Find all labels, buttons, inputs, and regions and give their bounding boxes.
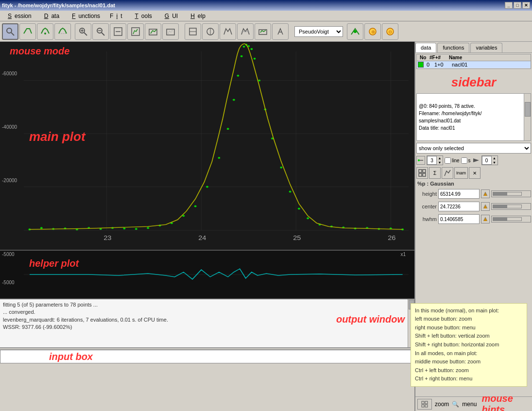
svg-marker-84 (473, 158, 479, 162)
tool6-btn[interactable] (272, 23, 289, 40)
spinner-arrows[interactable]: ▲ ▼ (437, 156, 443, 165)
fit-view-btn[interactable] (127, 23, 144, 40)
grid-action-btn[interactable] (416, 167, 428, 179)
menu-help[interactable]: Help (185, 12, 208, 20)
window-title: fityk - /home/wojdyr/fityk/samples/nacl0… (2, 2, 115, 8)
main-content: mouse mode -60000 -40000 -20000 main plo… (0, 42, 532, 411)
main-plot[interactable]: mouse mode -60000 -40000 -20000 main plo… (0, 42, 414, 251)
param-center-icon[interactable] (481, 202, 490, 211)
minimize-btn[interactable]: _ (505, 2, 513, 9)
data-color-box (418, 62, 424, 68)
right-spinner-up[interactable]: ▲ (492, 156, 498, 160)
tool3-btn[interactable] (220, 23, 236, 40)
table-header: No #F+# Name (417, 54, 531, 61)
col-no-header: No (418, 55, 428, 60)
svg-rect-85 (419, 170, 422, 172)
tab-functions[interactable]: functions (437, 43, 469, 52)
s-checkbox-label: s (461, 157, 471, 164)
svg-point-49 (135, 228, 137, 230)
tab-data[interactable]: data (415, 43, 436, 52)
svg-rect-86 (423, 170, 426, 172)
svg-text:24: 24 (198, 235, 206, 241)
param-center-input[interactable] (438, 202, 480, 211)
function-selector[interactable]: PseudoVoigt Gaussian Lorentzian Voigt (294, 26, 343, 37)
hint-line-1: left mouse button: zoom (415, 315, 523, 324)
svg-point-65 (254, 58, 256, 60)
svg-text:⊖: ⊖ (388, 29, 392, 34)
helper-plot-svg (0, 251, 414, 298)
tool1-btn[interactable] (185, 23, 201, 40)
row-no: 0 (425, 62, 433, 68)
param-height-slider[interactable] (491, 190, 531, 197)
tool4-btn[interactable] (237, 23, 254, 40)
svg-rect-89 (422, 401, 424, 404)
zoom-region-btn[interactable] (145, 23, 161, 40)
right-spinner-input[interactable] (482, 156, 492, 165)
right-spinner-down[interactable]: ▼ (492, 160, 498, 165)
svg-point-54 (194, 205, 197, 207)
param-hwhm-input[interactable] (438, 214, 480, 224)
param-hwhm-slider[interactable] (491, 216, 531, 223)
sidebar-scrollbar[interactable] (524, 94, 531, 140)
hint-line-4: Shift + right button: horizontal zoom (415, 341, 523, 349)
close-btn[interactable]: ✕ (522, 2, 530, 9)
line-controls: ▲ ▼ line s ▲ ▼ (416, 155, 531, 165)
titlebar-controls[interactable]: _ □ ✕ (505, 2, 530, 9)
svg-rect-91 (422, 405, 424, 407)
line-spinner[interactable]: ▲ ▼ (427, 155, 443, 165)
menu-fit[interactable]: Fit (107, 12, 125, 20)
sidebar-tabs: data functions variables (415, 42, 532, 53)
zoom-mode-btn[interactable] (2, 23, 18, 40)
fit2-btn[interactable] (37, 23, 53, 40)
maximize-btn[interactable]: □ (514, 2, 521, 9)
menu-tools[interactable]: Tools (129, 12, 154, 20)
s-checkbox[interactable] (461, 157, 467, 164)
input-box-container: input box (0, 350, 414, 363)
svg-point-57 (227, 128, 229, 130)
tool2-btn[interactable] (202, 23, 219, 40)
menu-session[interactable]: Session (2, 12, 34, 20)
output-line-0: fitting 5 (of 5) parameters to 78 points… (3, 302, 98, 308)
sigma-action-btn[interactable]: Σ (429, 167, 441, 179)
svg-point-48 (123, 227, 125, 229)
param-height-icon[interactable] (481, 189, 490, 198)
menu-data[interactable]: Data (38, 12, 62, 20)
add-peak-btn[interactable] (347, 23, 363, 40)
right-spinner-arrows[interactable]: ▲ ▼ (492, 156, 498, 165)
param-height-input[interactable] (438, 189, 480, 199)
right-spinner[interactable]: ▲ ▼ (481, 155, 498, 165)
sidebar-scrollbar-thumb[interactable] (525, 102, 531, 117)
bottom-left-btn[interactable] (417, 399, 432, 410)
tab-variables[interactable]: variables (470, 43, 502, 52)
tool9-btn[interactable]: ⊖ (382, 23, 398, 40)
line-spinner-input[interactable] (427, 156, 437, 165)
line-label: line (452, 158, 460, 163)
zoom-out2-btn[interactable] (110, 23, 126, 40)
helper-plot[interactable]: x1 helper plot -5000 -5000 (0, 251, 414, 299)
param-center-slider[interactable] (491, 203, 531, 210)
output-line-2: levenberg_marquardt: 6 iterations, 7 eva… (3, 317, 168, 323)
svg-point-23 (354, 30, 357, 33)
zoom-in-btn[interactable] (75, 23, 91, 40)
line-icon[interactable] (416, 156, 425, 165)
param-hwhm-icon[interactable] (481, 215, 490, 223)
tool5-btn[interactable] (255, 23, 271, 40)
fit-action-btn[interactable] (442, 167, 453, 179)
tool8-btn[interactable]: ⊕ (364, 23, 381, 40)
show-only-selected-dropdown[interactable]: show only selected show all show active (416, 143, 531, 154)
name-action-btn[interactable]: Inam (454, 167, 468, 179)
hint-line-6: middle mouse button: zoom (415, 358, 523, 366)
close-action-btn[interactable]: ✕ (469, 167, 481, 179)
menu-gui[interactable]: GUI (159, 12, 181, 20)
zoom-out-btn[interactable] (92, 23, 109, 40)
zoom-ex-btn[interactable] (162, 23, 179, 40)
spinner-down[interactable]: ▼ (437, 160, 443, 165)
table-row[interactable]: 0 1+0 nacl01 (417, 61, 531, 68)
menu-functions[interactable]: Functions (66, 12, 103, 20)
param-hwhm-label: hwhm (416, 216, 437, 222)
spinner-up[interactable]: ▲ (437, 156, 443, 160)
line-checkbox[interactable] (445, 157, 451, 164)
input-field[interactable] (0, 351, 414, 362)
fit3-btn[interactable] (54, 23, 71, 40)
fit1-btn[interactable] (19, 23, 36, 40)
